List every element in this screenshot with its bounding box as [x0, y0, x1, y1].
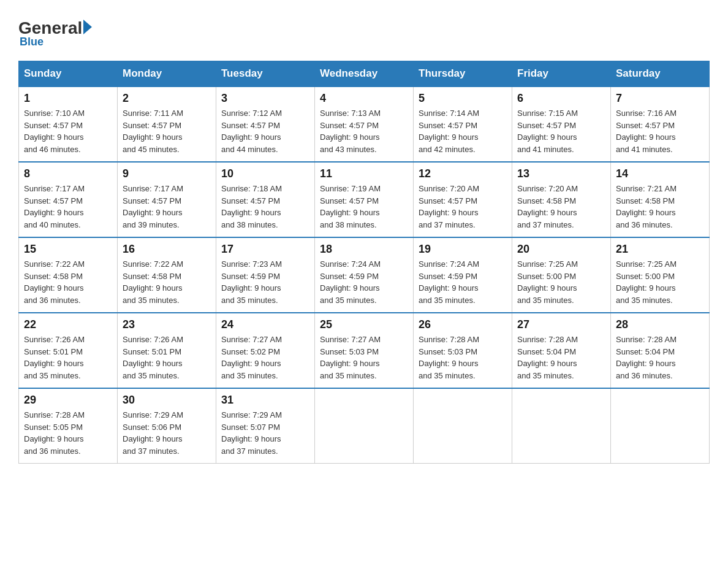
calendar-cell: 27Sunrise: 7:28 AMSunset: 5:04 PMDayligh…	[512, 313, 611, 388]
calendar-cell: 12Sunrise: 7:20 AMSunset: 4:57 PMDayligh…	[414, 162, 512, 237]
day-info: Sunrise: 7:11 AMSunset: 4:57 PMDaylight:…	[123, 107, 211, 155]
calendar-cell: 10Sunrise: 7:18 AMSunset: 4:57 PMDayligh…	[216, 162, 315, 237]
calendar-cell: 19Sunrise: 7:24 AMSunset: 4:59 PMDayligh…	[414, 237, 512, 313]
calendar-cell: 7Sunrise: 7:16 AMSunset: 4:57 PMDaylight…	[611, 86, 710, 162]
day-number: 20	[517, 243, 605, 256]
day-info: Sunrise: 7:29 AMSunset: 5:07 PMDaylight:…	[221, 409, 309, 457]
day-info: Sunrise: 7:24 AMSunset: 4:59 PMDaylight:…	[320, 258, 408, 306]
calendar-cell: 5Sunrise: 7:14 AMSunset: 4:57 PMDaylight…	[414, 86, 512, 162]
day-info: Sunrise: 7:22 AMSunset: 4:58 PMDaylight:…	[123, 258, 211, 306]
day-number: 24	[221, 318, 309, 331]
col-header-sunday: Sunday	[19, 61, 118, 87]
day-info: Sunrise: 7:20 AMSunset: 4:57 PMDaylight:…	[419, 183, 507, 231]
calendar-cell: 1Sunrise: 7:10 AMSunset: 4:57 PMDaylight…	[19, 86, 118, 162]
calendar-cell: 18Sunrise: 7:24 AMSunset: 4:59 PMDayligh…	[315, 237, 414, 313]
day-info: Sunrise: 7:24 AMSunset: 4:59 PMDaylight:…	[419, 258, 507, 306]
logo-blue-text: Blue	[20, 36, 44, 48]
calendar-cell: 29Sunrise: 7:28 AMSunset: 5:05 PMDayligh…	[19, 388, 118, 464]
calendar-cell	[315, 388, 414, 464]
day-info: Sunrise: 7:28 AMSunset: 5:04 PMDaylight:…	[517, 334, 605, 381]
calendar-header-row: SundayMondayTuesdayWednesdayThursdayFrid…	[19, 61, 710, 87]
day-info: Sunrise: 7:10 AMSunset: 4:57 PMDaylight:…	[24, 107, 112, 155]
day-info: Sunrise: 7:22 AMSunset: 4:58 PMDaylight:…	[24, 258, 112, 306]
day-info: Sunrise: 7:29 AMSunset: 5:06 PMDaylight:…	[123, 409, 211, 457]
calendar-cell: 6Sunrise: 7:15 AMSunset: 4:57 PMDaylight…	[512, 86, 611, 162]
day-number: 2	[123, 92, 211, 105]
calendar-cell: 2Sunrise: 7:11 AMSunset: 4:57 PMDaylight…	[118, 86, 216, 162]
calendar-cell: 20Sunrise: 7:25 AMSunset: 5:00 PMDayligh…	[512, 237, 611, 313]
day-number: 30	[123, 394, 211, 407]
day-info: Sunrise: 7:15 AMSunset: 4:57 PMDaylight:…	[517, 107, 605, 155]
calendar-cell	[512, 388, 611, 464]
day-number: 18	[320, 243, 408, 256]
day-number: 15	[24, 243, 112, 256]
calendar-cell: 21Sunrise: 7:25 AMSunset: 5:00 PMDayligh…	[611, 237, 710, 313]
calendar-cell: 17Sunrise: 7:23 AMSunset: 4:59 PMDayligh…	[216, 237, 315, 313]
day-number: 26	[419, 318, 507, 331]
day-number: 25	[320, 318, 408, 331]
calendar-cell: 28Sunrise: 7:28 AMSunset: 5:04 PMDayligh…	[611, 313, 710, 388]
day-number: 11	[320, 167, 408, 180]
day-info: Sunrise: 7:27 AMSunset: 5:03 PMDaylight:…	[320, 334, 408, 381]
day-number: 19	[419, 243, 507, 256]
col-header-wednesday: Wednesday	[315, 61, 414, 87]
day-number: 12	[419, 167, 507, 180]
day-info: Sunrise: 7:16 AMSunset: 4:57 PMDaylight:…	[616, 107, 704, 155]
day-info: Sunrise: 7:19 AMSunset: 4:57 PMDaylight:…	[320, 183, 408, 231]
day-number: 9	[123, 167, 211, 180]
day-info: Sunrise: 7:28 AMSunset: 5:05 PMDaylight:…	[24, 409, 112, 457]
day-number: 7	[616, 92, 704, 105]
day-number: 10	[221, 167, 309, 180]
day-info: Sunrise: 7:28 AMSunset: 5:04 PMDaylight:…	[616, 334, 704, 381]
day-info: Sunrise: 7:25 AMSunset: 5:00 PMDaylight:…	[616, 258, 704, 306]
calendar-cell: 9Sunrise: 7:17 AMSunset: 4:57 PMDaylight…	[118, 162, 216, 237]
calendar-cell: 15Sunrise: 7:22 AMSunset: 4:58 PMDayligh…	[19, 237, 118, 313]
calendar-cell: 26Sunrise: 7:28 AMSunset: 5:03 PMDayligh…	[414, 313, 512, 388]
calendar-week-1: 1Sunrise: 7:10 AMSunset: 4:57 PMDaylight…	[19, 86, 710, 162]
day-number: 27	[517, 318, 605, 331]
calendar-cell: 23Sunrise: 7:26 AMSunset: 5:01 PMDayligh…	[118, 313, 216, 388]
calendar-cell: 31Sunrise: 7:29 AMSunset: 5:07 PMDayligh…	[216, 388, 315, 464]
day-info: Sunrise: 7:21 AMSunset: 4:58 PMDaylight:…	[616, 183, 704, 231]
calendar-week-4: 22Sunrise: 7:26 AMSunset: 5:01 PMDayligh…	[19, 313, 710, 388]
calendar-cell	[611, 388, 710, 464]
calendar-week-3: 15Sunrise: 7:22 AMSunset: 4:58 PMDayligh…	[19, 237, 710, 313]
calendar-cell: 24Sunrise: 7:27 AMSunset: 5:02 PMDayligh…	[216, 313, 315, 388]
calendar-cell: 22Sunrise: 7:26 AMSunset: 5:01 PMDayligh…	[19, 313, 118, 388]
day-number: 5	[419, 92, 507, 105]
calendar-week-5: 29Sunrise: 7:28 AMSunset: 5:05 PMDayligh…	[19, 388, 710, 464]
day-info: Sunrise: 7:17 AMSunset: 4:57 PMDaylight:…	[123, 183, 211, 231]
day-number: 22	[24, 318, 112, 331]
day-info: Sunrise: 7:26 AMSunset: 5:01 PMDaylight:…	[24, 334, 112, 381]
col-header-tuesday: Tuesday	[216, 61, 315, 87]
calendar-cell: 14Sunrise: 7:21 AMSunset: 4:58 PMDayligh…	[611, 162, 710, 237]
calendar-cell: 30Sunrise: 7:29 AMSunset: 5:06 PMDayligh…	[118, 388, 216, 464]
day-info: Sunrise: 7:28 AMSunset: 5:03 PMDaylight:…	[419, 334, 507, 381]
calendar-cell: 3Sunrise: 7:12 AMSunset: 4:57 PMDaylight…	[216, 86, 315, 162]
col-header-thursday: Thursday	[414, 61, 512, 87]
day-number: 14	[616, 167, 704, 180]
calendar-table: SundayMondayTuesdayWednesdayThursdayFrid…	[18, 61, 710, 464]
day-info: Sunrise: 7:25 AMSunset: 5:00 PMDaylight:…	[517, 258, 605, 306]
calendar-week-2: 8Sunrise: 7:17 AMSunset: 4:57 PMDaylight…	[19, 162, 710, 237]
calendar-cell: 8Sunrise: 7:17 AMSunset: 4:57 PMDaylight…	[19, 162, 118, 237]
day-info: Sunrise: 7:23 AMSunset: 4:59 PMDaylight:…	[221, 258, 309, 306]
day-number: 29	[24, 394, 112, 407]
day-number: 1	[24, 92, 112, 105]
day-number: 16	[123, 243, 211, 256]
day-info: Sunrise: 7:17 AMSunset: 4:57 PMDaylight:…	[24, 183, 112, 231]
day-number: 21	[616, 243, 704, 256]
calendar-cell: 13Sunrise: 7:20 AMSunset: 4:58 PMDayligh…	[512, 162, 611, 237]
col-header-saturday: Saturday	[611, 61, 710, 87]
logo-area: General Blue	[18, 18, 92, 48]
calendar-cell: 4Sunrise: 7:13 AMSunset: 4:57 PMDaylight…	[315, 86, 414, 162]
page-header: General Blue	[18, 18, 710, 48]
calendar-cell: 16Sunrise: 7:22 AMSunset: 4:58 PMDayligh…	[118, 237, 216, 313]
day-info: Sunrise: 7:26 AMSunset: 5:01 PMDaylight:…	[123, 334, 211, 381]
day-info: Sunrise: 7:12 AMSunset: 4:57 PMDaylight:…	[221, 107, 309, 155]
day-info: Sunrise: 7:13 AMSunset: 4:57 PMDaylight:…	[320, 107, 408, 155]
logo-arrow-icon	[83, 20, 92, 34]
day-number: 28	[616, 318, 704, 331]
day-number: 6	[517, 92, 605, 105]
day-number: 4	[320, 92, 408, 105]
